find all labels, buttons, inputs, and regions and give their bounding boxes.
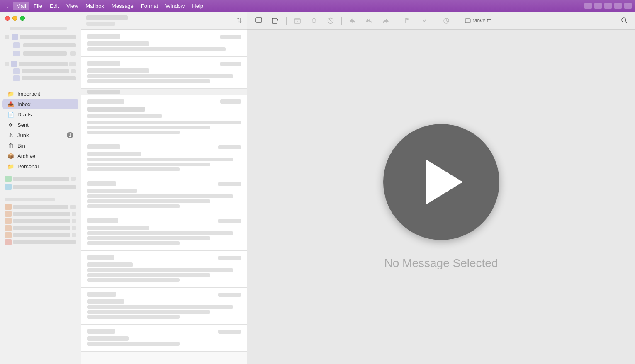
email-item[interactable] bbox=[81, 325, 247, 352]
sender-blur bbox=[87, 255, 114, 260]
subject-blur bbox=[87, 189, 137, 193]
sidebar-item-personal[interactable]: 📁 Personal bbox=[2, 161, 78, 171]
email-item[interactable] bbox=[81, 288, 247, 325]
archive-button[interactable] bbox=[291, 15, 304, 27]
smart-mailbox-sub-2[interactable] bbox=[13, 49, 76, 58]
email-list-title bbox=[86, 15, 128, 26]
menu-format[interactable]: Format bbox=[138, 2, 161, 10]
smart-mailboxes-section bbox=[0, 24, 81, 59]
folder-label-junk: Junk bbox=[17, 132, 63, 138]
reminder-button[interactable] bbox=[440, 15, 453, 27]
junk-badge: 1 bbox=[67, 132, 73, 138]
traffic-lights bbox=[0, 12, 81, 24]
sidebar-item-inbox[interactable]: 📥 Inbox bbox=[2, 99, 78, 109]
sender-blur bbox=[87, 144, 120, 149]
new-message-button[interactable] bbox=[269, 15, 282, 27]
sidebar-item-sent[interactable]: ✈ Sent bbox=[2, 120, 78, 130]
delete-button[interactable] bbox=[307, 15, 321, 27]
flag-dropdown-button[interactable] bbox=[418, 15, 431, 27]
mailbox-count-blur bbox=[86, 22, 115, 26]
toolbar-separator-2 bbox=[341, 17, 342, 25]
sidebar-item-junk[interactable]: ⚠ Junk 1 bbox=[2, 130, 78, 140]
folder-label-important: Important bbox=[17, 91, 73, 97]
preview-blur-3 bbox=[87, 131, 180, 134]
svg-point-13 bbox=[622, 18, 626, 22]
close-button[interactable] bbox=[5, 16, 10, 21]
email-item[interactable] bbox=[81, 251, 247, 288]
reply-all-button[interactable] bbox=[363, 15, 376, 27]
email-item[interactable] bbox=[81, 30, 247, 57]
email-list-scroll[interactable] bbox=[81, 30, 247, 364]
system-icon-5 bbox=[624, 3, 632, 9]
date-blur bbox=[218, 219, 241, 223]
personal-icon: 📁 bbox=[7, 163, 14, 170]
main-folders-group: 📁 Important 📥 Inbox 📄 Drafts ✈ Sent ⚠ Ju… bbox=[0, 87, 81, 173]
folder-icon: 📁 bbox=[7, 90, 14, 97]
apple-menu[interactable]:  bbox=[3, 2, 12, 9]
folder-label-inbox: Inbox bbox=[17, 101, 73, 107]
inbox-icon: 📥 bbox=[7, 101, 14, 107]
preview-blur bbox=[87, 47, 226, 51]
junk-icon: ⚠ bbox=[7, 132, 14, 138]
sender-blur bbox=[87, 218, 118, 223]
bottom-accounts-section bbox=[0, 196, 81, 247]
menu-help[interactable]: Help bbox=[189, 2, 207, 10]
subject-blur bbox=[87, 68, 149, 73]
sender-blur bbox=[87, 99, 124, 104]
subject-blur bbox=[87, 226, 149, 230]
email-viewer: No Message Selected bbox=[247, 30, 635, 364]
svg-rect-0 bbox=[256, 18, 262, 22]
menu-file[interactable]: File bbox=[30, 2, 46, 10]
compose-button[interactable] bbox=[252, 15, 265, 27]
system-icon-4 bbox=[614, 3, 622, 9]
email-item[interactable] bbox=[81, 177, 247, 214]
folder-label-personal: Personal bbox=[17, 163, 73, 170]
colored-accounts-section bbox=[0, 173, 81, 192]
sidebar-item-bin[interactable]: 🗑 Bin bbox=[2, 141, 78, 150]
email-item[interactable] bbox=[81, 95, 247, 140]
svg-line-8 bbox=[329, 19, 332, 22]
sidebar-item-important[interactable]: 📁 Important bbox=[2, 89, 78, 99]
menu-mailbox[interactable]: Mailbox bbox=[82, 2, 107, 10]
sender-blur bbox=[87, 61, 120, 66]
toolbar: Move to... bbox=[247, 12, 635, 30]
menu-window[interactable]: Window bbox=[162, 2, 188, 10]
move-to-button[interactable]: Move to... bbox=[462, 16, 499, 25]
flag-button[interactable] bbox=[401, 15, 414, 27]
no-message-label: No Message Selected bbox=[384, 257, 498, 270]
sidebar-item-archive[interactable]: 📦 Archive bbox=[2, 151, 78, 161]
preview-blur-3 bbox=[87, 204, 180, 208]
email-item[interactable] bbox=[81, 140, 247, 177]
minimize-button[interactable] bbox=[12, 16, 17, 21]
play-button-circle[interactable] bbox=[383, 124, 499, 240]
preview-blur bbox=[87, 158, 233, 161]
smart-mailbox-item-1[interactable] bbox=[5, 33, 76, 41]
menu-message[interactable]: Message bbox=[108, 2, 137, 10]
forward-button[interactable] bbox=[379, 15, 392, 27]
preview-blur-3 bbox=[87, 315, 180, 319]
date-blur bbox=[218, 293, 241, 297]
email-item[interactable] bbox=[81, 57, 247, 89]
preview-blur-2 bbox=[87, 310, 210, 314]
toolbar-separator-4 bbox=[435, 17, 435, 25]
reply-button[interactable] bbox=[346, 15, 359, 27]
menu-edit[interactable]: Edit bbox=[46, 2, 62, 10]
sidebar-item-drafts[interactable]: 📄 Drafts bbox=[2, 109, 78, 119]
date-section-header bbox=[81, 89, 247, 95]
sort-button[interactable]: ⇅ bbox=[236, 17, 242, 24]
menu-view[interactable]: View bbox=[63, 2, 81, 10]
date-blur bbox=[218, 330, 241, 334]
maximize-button[interactable] bbox=[20, 16, 25, 21]
preview-blur-2 bbox=[87, 126, 210, 129]
preview-blur bbox=[87, 268, 233, 272]
date-blur bbox=[220, 99, 241, 104]
subject-blur bbox=[87, 299, 124, 304]
email-item[interactable] bbox=[81, 214, 247, 251]
search-button[interactable] bbox=[618, 15, 630, 27]
junk-button[interactable] bbox=[324, 15, 337, 27]
sender-blur bbox=[87, 329, 115, 334]
smart-mailbox-sub-1[interactable] bbox=[13, 41, 76, 49]
preview-blur bbox=[87, 342, 180, 346]
menu-mail[interactable]: Mail bbox=[13, 2, 29, 10]
folder-label-drafts: Drafts bbox=[17, 112, 73, 118]
